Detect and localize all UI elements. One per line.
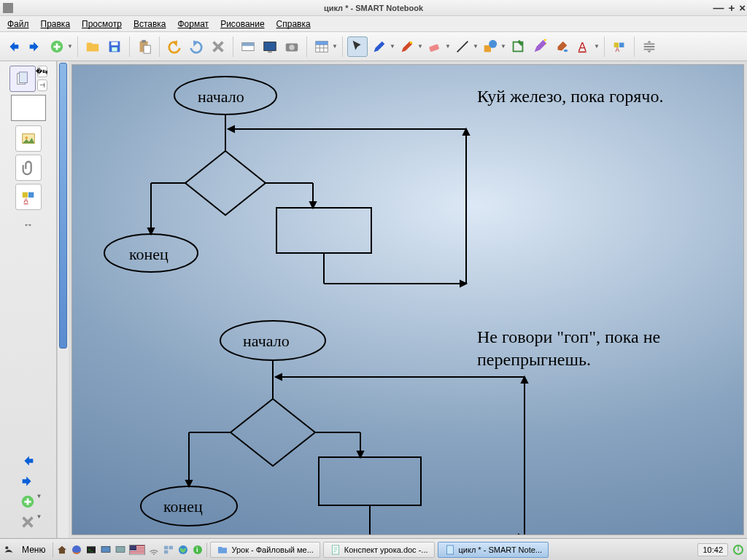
nav-add[interactable]	[19, 493, 36, 510]
menu-edit[interactable]: Правка	[35, 18, 77, 31]
properties-tab[interactable]: A	[15, 184, 42, 210]
taskbar-home-icon[interactable]	[56, 544, 68, 556]
nav-prev[interactable]	[19, 452, 36, 470]
taskbar-globe-icon[interactable]	[177, 544, 189, 556]
svg-point-64	[153, 553, 155, 555]
fill-tool[interactable]	[551, 36, 572, 57]
move-toolbar-button[interactable]	[639, 36, 659, 57]
flow2-end-label: конец	[163, 497, 203, 518]
start-menu-button[interactable]: Меню	[18, 545, 50, 555]
text-tool[interactable]: A	[573, 36, 594, 57]
svg-text:A: A	[23, 197, 28, 204]
menu-help[interactable]: Справка	[271, 18, 317, 31]
maximize-button[interactable]: +	[728, 1, 735, 14]
titlebar: цикл * - SMART Notebook — + ×	[0, 0, 747, 16]
close-button[interactable]: ×	[739, 1, 746, 14]
minimize-button[interactable]: —	[713, 1, 724, 14]
nav-next[interactable]	[19, 472, 36, 490]
gallery-tab[interactable]	[15, 125, 42, 152]
attachments-tab[interactable]	[15, 155, 42, 181]
add-page-dropdown[interactable]: ▼	[67, 43, 73, 50]
autohide-toggle[interactable]: �⇆	[37, 66, 47, 77]
svg-rect-3	[112, 47, 117, 51]
redo-button[interactable]	[186, 36, 206, 57]
keyboard-layout-us[interactable]	[129, 545, 145, 555]
shapes-tool[interactable]	[480, 36, 500, 57]
nav-delete-dropdown[interactable]: ▼	[36, 513, 42, 531]
collapse-sidebar[interactable]: ↔	[23, 219, 34, 230]
creative-pen-dropdown[interactable]: ▼	[417, 43, 423, 50]
svg-rect-6	[144, 45, 150, 53]
proverb-1: Куй железо, пока горячо.	[477, 85, 663, 108]
prev-page-button[interactable]	[3, 36, 23, 57]
toolbar: ▼ ▼ ▼ ▼ ▼ ▼ ▼ A ▼ A	[0, 32, 747, 61]
clock[interactable]: 10:42	[697, 543, 728, 556]
creative-pen-tool[interactable]	[397, 36, 417, 57]
table-button[interactable]	[311, 36, 332, 57]
task-document[interactable]: Конспект урока.doc -...	[323, 542, 435, 558]
eraser-dropdown[interactable]: ▼	[445, 43, 451, 50]
menu-view[interactable]: Просмотр	[76, 18, 128, 31]
line-dropdown[interactable]: ▼	[473, 43, 479, 50]
logout-icon[interactable]	[732, 544, 744, 556]
nav-add-dropdown[interactable]: ▼	[36, 493, 42, 510]
shapes-dropdown[interactable]: ▼	[500, 43, 506, 50]
svg-point-12	[289, 44, 294, 50]
page-sorter-tab[interactable]	[9, 66, 36, 92]
flow1-start-label: начало	[198, 87, 244, 108]
next-page-button[interactable]	[25, 36, 45, 57]
svg-rect-16	[429, 44, 440, 52]
start-icon[interactable]	[3, 544, 15, 556]
open-button[interactable]	[82, 36, 103, 57]
svg-rect-31	[28, 192, 34, 198]
pin-toggle[interactable]: ⊣	[37, 79, 47, 91]
canvas[interactable]: начало конец Куй железо, пока горячо.	[71, 64, 744, 535]
taskbar-terminal-icon[interactable]: >_	[85, 544, 97, 556]
delete-button[interactable]	[208, 36, 228, 57]
menu-insert[interactable]: Вставка	[128, 18, 172, 31]
undo-button[interactable]	[164, 36, 185, 57]
line-tool[interactable]	[452, 36, 473, 57]
taskbar-network-icon[interactable]	[148, 544, 160, 556]
svg-rect-67	[164, 550, 168, 553]
svg-rect-66	[169, 545, 173, 549]
sidebar-scrollbar[interactable]	[57, 61, 69, 538]
taskbar: Меню >_ i Урок - Файловый ме... Конспект…	[0, 538, 747, 560]
sidebar-nav: ▼ ▼	[15, 452, 42, 531]
shape-pen-tool[interactable]	[508, 36, 528, 57]
nav-delete[interactable]	[19, 513, 36, 531]
taskbar-desktop1-icon[interactable]	[100, 544, 112, 556]
pen-dropdown[interactable]: ▼	[390, 43, 395, 50]
svg-rect-27	[19, 72, 27, 83]
paste-button[interactable]	[134, 36, 155, 57]
text-dropdown[interactable]: ▼	[594, 43, 600, 50]
properties-button[interactable]: A	[609, 36, 630, 57]
pen-tool[interactable]	[369, 36, 390, 57]
svg-rect-5	[142, 39, 146, 42]
window-controls: — + ×	[713, 1, 746, 14]
page-thumbnail[interactable]	[11, 95, 46, 121]
taskbar-info-icon[interactable]: i	[192, 544, 204, 556]
menu-draw[interactable]: Рисование	[214, 18, 270, 31]
screen-capture-button[interactable]	[282, 36, 302, 57]
menu-file[interactable]: Файл	[1, 18, 35, 31]
eraser-tool[interactable]	[425, 36, 445, 57]
table-dropdown[interactable]: ▼	[332, 43, 338, 50]
magic-pen-tool[interactable]	[530, 36, 550, 57]
taskbar-desktop2-icon[interactable]	[115, 544, 126, 556]
task-file-manager[interactable]: Урок - Файловый ме...	[210, 542, 320, 558]
svg-rect-10	[268, 51, 272, 52]
task-smart-notebook[interactable]: цикл * - SMART Note...	[438, 542, 549, 558]
fullscreen-button[interactable]	[260, 36, 280, 57]
taskbar-firefox-icon[interactable]	[71, 544, 82, 556]
proverb-2: Не говори "гоп", пока не перепрыгнешь.	[477, 326, 718, 371]
save-button[interactable]	[104, 36, 125, 57]
screen-shade-button[interactable]	[238, 36, 258, 57]
taskbar-tasklist-icon[interactable]	[163, 544, 174, 556]
svg-rect-72	[446, 545, 453, 554]
select-tool[interactable]	[347, 36, 368, 57]
menu-format[interactable]: Формат	[171, 18, 214, 31]
add-page-button[interactable]	[47, 36, 67, 57]
svg-rect-53	[319, 457, 421, 505]
task2-label: Конспект урока.doc -...	[344, 545, 428, 554]
